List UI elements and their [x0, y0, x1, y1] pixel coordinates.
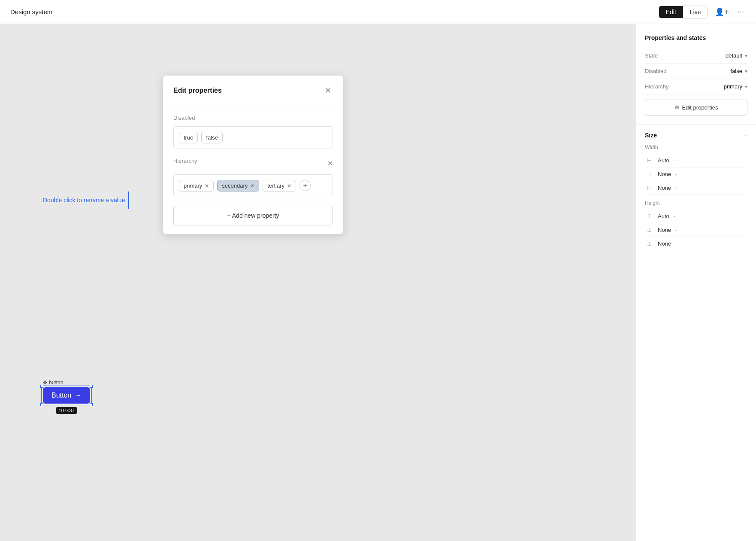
- size-dash-3: -: [675, 185, 677, 191]
- chip-primary-close[interactable]: ✕: [205, 183, 209, 189]
- size-value-1: Auto: [658, 157, 669, 164]
- hierarchy-label: Hierarchy: [173, 158, 197, 164]
- size-row-width-2: ⊣ None -: [645, 167, 747, 181]
- size-dash-h3: -: [675, 240, 677, 247]
- collapse-icon[interactable]: −: [744, 131, 747, 139]
- size-value-2: None: [658, 171, 671, 177]
- add-new-property-button[interactable]: + Add new property: [173, 206, 333, 225]
- height-label: Height: [645, 200, 747, 206]
- size-row-height-2: ⊥ None -: [645, 223, 747, 237]
- edit-button[interactable]: Edit: [659, 6, 683, 18]
- canvas-button-wrapper: Button → 107×37: [43, 387, 90, 404]
- canvas-button[interactable]: Button →: [43, 387, 90, 404]
- state-dropdown-icon: ▾: [745, 53, 747, 59]
- disabled-label-panel: Disabled: [645, 68, 667, 74]
- edit-properties-modal: Edit properties ✕ Disabled true false: [163, 76, 343, 234]
- state-row: State default ▾: [645, 48, 747, 64]
- disabled-value-group[interactable]: false ▾: [731, 68, 747, 74]
- state-value: default: [726, 52, 742, 59]
- hierarchy-value-group[interactable]: primary ▾: [724, 83, 747, 90]
- size-icon-h1: ⊤: [645, 213, 653, 219]
- value-chip-secondary[interactable]: secondary ✕: [217, 180, 259, 191]
- disabled-dropdown-icon: ▾: [745, 68, 747, 74]
- width-label: Width: [645, 144, 747, 150]
- edit-props-label: Edit properties: [682, 104, 718, 111]
- hierarchy-close-button[interactable]: ✕: [327, 159, 333, 167]
- size-dash-2: -: [675, 171, 677, 177]
- edit-live-group: Edit Live: [659, 6, 708, 18]
- topbar-right: Edit Live 👤+ ···: [659, 6, 746, 18]
- hierarchy-dropdown-icon: ▾: [745, 84, 747, 90]
- size-dash-h1: -: [674, 213, 675, 219]
- hierarchy-section-header: Hierarchy ✕: [173, 158, 333, 169]
- modal-close-button[interactable]: ✕: [323, 84, 333, 97]
- hierarchy-section: Hierarchy ✕ primary ✕ secondary ✕: [173, 158, 333, 197]
- modal-title: Edit properties: [173, 87, 222, 94]
- chip-true-text: true: [184, 134, 193, 141]
- size-dash-1: -: [674, 157, 675, 164]
- disabled-values: true false: [173, 126, 333, 149]
- move-icon: ✥: [43, 380, 47, 386]
- size-icon-1: ⊢: [645, 158, 653, 164]
- add-value-button[interactable]: +: [299, 180, 311, 191]
- handle-top-right[interactable]: [90, 385, 93, 388]
- chip-false-text: false: [206, 134, 218, 141]
- chip-secondary-close[interactable]: ✕: [250, 183, 254, 189]
- properties-section: Properties and states State default ▾ Di…: [636, 33, 756, 125]
- chip-tertiary-text: tertiary: [267, 182, 284, 189]
- size-value-h3: None: [658, 240, 671, 247]
- size-badge: 107×37: [56, 407, 77, 414]
- add-user-icon[interactable]: 👤+: [713, 6, 731, 18]
- size-icon-h2: ⊥: [645, 227, 653, 233]
- more-options-icon[interactable]: ···: [736, 6, 746, 18]
- size-section-header: Size −: [645, 131, 747, 139]
- main-layout: Double click to rename a value Edit prop…: [0, 24, 756, 541]
- hierarchy-label-panel: Hierarchy: [645, 83, 669, 90]
- chip-tertiary-close[interactable]: ✕: [287, 183, 291, 189]
- canvas-button-text: Button: [51, 392, 71, 399]
- handle-bottom-right[interactable]: [90, 403, 93, 406]
- value-chip-tertiary[interactable]: tertiary ✕: [263, 180, 296, 191]
- hierarchy-values: primary ✕ secondary ✕ tertiary ✕ +: [173, 174, 333, 197]
- size-value-h1: Auto: [658, 213, 669, 219]
- canvas-button-label: ✥ button: [43, 380, 90, 386]
- size-value-3: None: [658, 185, 671, 191]
- state-label: State: [645, 52, 658, 59]
- hierarchy-value: primary: [724, 83, 742, 90]
- value-chip-false[interactable]: false: [201, 132, 222, 143]
- canvas-button-container: ✥ button Button → 107×37: [43, 380, 90, 404]
- double-click-hint: Double click to rename a value: [43, 191, 129, 209]
- size-title: Size: [645, 132, 657, 139]
- size-value-h2: None: [658, 227, 671, 233]
- size-dash-h2: -: [675, 227, 677, 233]
- right-panel: Properties and states State default ▾ Di…: [636, 24, 756, 541]
- chip-secondary-text: secondary: [222, 182, 248, 189]
- topbar-left: Design system: [10, 8, 52, 15]
- modal-header: Edit properties ✕: [163, 76, 343, 106]
- edit-properties-button[interactable]: ⚙ Edit properties: [645, 100, 747, 115]
- topbar: Design system Edit Live 👤+ ···: [0, 0, 756, 24]
- size-icon-h3: ⊥: [645, 241, 653, 247]
- size-section: Size − Width ⊢ Auto - ⊣ None - ⊢ None - …: [636, 125, 756, 257]
- size-row-width-3: ⊢ None -: [645, 181, 747, 195]
- disabled-section: Disabled true false: [173, 115, 333, 149]
- state-value-group[interactable]: default ▾: [726, 52, 747, 59]
- size-icon-3: ⊢: [645, 185, 653, 191]
- hierarchy-row: Hierarchy primary ▾: [645, 79, 747, 94]
- canvas-button-arrow: →: [75, 392, 82, 399]
- disabled-value: false: [731, 68, 742, 74]
- handle-bottom-left[interactable]: [40, 403, 43, 406]
- disabled-label: Disabled: [173, 115, 333, 121]
- size-icon-2: ⊣: [645, 171, 653, 177]
- live-button[interactable]: Live: [683, 6, 708, 18]
- size-row-width-1: ⊢ Auto -: [645, 154, 747, 167]
- value-chip-primary[interactable]: primary ✕: [179, 180, 214, 191]
- modal-body: Disabled true false Hierarchy ✕: [163, 106, 343, 234]
- page-title: Design system: [10, 8, 52, 15]
- canvas: Double click to rename a value Edit prop…: [0, 24, 636, 541]
- size-row-height-3: ⊥ None -: [645, 237, 747, 250]
- chip-primary-text: primary: [184, 182, 202, 189]
- value-chip-true[interactable]: true: [179, 132, 198, 143]
- button-label-text: button: [49, 380, 63, 386]
- hint-text: Double click to rename a value: [43, 197, 125, 204]
